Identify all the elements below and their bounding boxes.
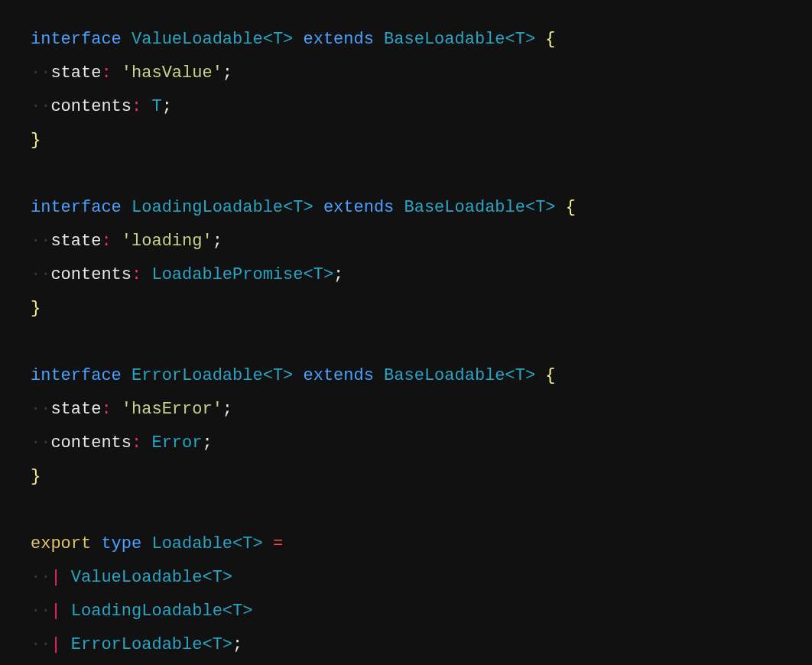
type-param-T: T [242,534,252,553]
semicolon: ; [232,635,242,654]
type-LoadablePromise: LoadablePromise [151,265,303,284]
angle-open: < [232,534,242,553]
brace-close: } [31,131,41,150]
code-line: ··contents: Error; [31,433,213,453]
type-Loadable: Loadable [151,534,232,553]
keyword-interface: interface [31,366,122,385]
colon: : [132,433,141,453]
code-line: ··state: 'loading'; [31,232,222,251]
type-ValueLoadable: ValueLoadable [71,568,203,587]
angle-open: < [505,366,515,385]
type-ErrorLoadable: ErrorLoadable [71,635,203,654]
union-pipe: | [50,568,60,587]
colon: : [101,400,111,419]
brace-open: { [545,366,555,385]
whitespace-dot-icon: · [41,232,50,251]
type-param-T: T [213,568,222,587]
whitespace-dot-icon: · [41,97,50,116]
type-param-T: T [313,265,323,284]
type-param-T: T [273,366,283,385]
whitespace-dot-icon: · [31,635,41,654]
angle-open: < [283,198,293,217]
equals: = [273,534,283,553]
property-state: state [50,400,101,419]
code-line: ··| ValueLoadable<T> [31,568,232,587]
colon: : [132,97,141,116]
string-loading: 'loading' [122,232,213,251]
code-line: ··state: 'hasError'; [31,400,232,419]
code-line: ··| LoadingLoadable<T> [31,602,252,621]
code-line: interface ErrorLoadable<T> extends BaseL… [31,366,556,385]
type-BaseLoadable: BaseLoadable [384,30,505,49]
whitespace-dot-icon: · [41,400,50,419]
property-contents: contents [50,97,132,116]
code-line: ··| ErrorLoadable<T>; [31,635,242,654]
code-line: ··contents: LoadablePromise<T>; [31,265,343,284]
type-LoadingLoadable: LoadingLoadable [71,602,222,621]
union-pipe: | [50,602,60,621]
string-hasError: 'hasError' [122,400,222,419]
angle-close: > [252,534,262,553]
whitespace-dot-icon: · [41,568,50,587]
angle-close: > [525,366,535,385]
whitespace-dot-icon: · [41,265,50,284]
angle-open: < [263,30,273,49]
angle-open: < [202,568,212,587]
whitespace-dot-icon: · [31,265,41,284]
code-line-blank [31,164,41,183]
whitespace-dot-icon: · [31,97,41,116]
keyword-extends: extends [303,30,373,49]
angle-close: > [222,568,232,587]
colon: : [101,63,111,83]
whitespace-dot-icon: · [41,635,50,654]
type-BaseLoadable: BaseLoadable [384,366,505,385]
angle-close: > [222,635,232,654]
angle-close: > [242,602,252,621]
union-pipe: | [50,635,60,654]
whitespace-dot-icon: · [41,63,50,83]
whitespace-dot-icon: · [31,568,41,587]
property-state: state [50,232,101,251]
colon: : [101,232,111,251]
type-param-T: T [293,198,303,217]
angle-close: > [283,366,293,385]
code-line: interface LoadingLoadable<T> extends Bas… [31,198,576,217]
semicolon: ; [213,232,222,251]
code-line: interface ValueLoadable<T> extends BaseL… [31,30,556,49]
code-line: ··state: 'hasValue'; [31,63,232,83]
semicolon: ; [333,265,343,284]
code-line-blank [31,501,41,520]
brace-close: } [31,467,41,486]
keyword-interface: interface [31,198,122,217]
angle-open: < [505,30,515,49]
whitespace-dot-icon: · [31,400,41,419]
semicolon: ; [222,400,232,419]
whitespace-dot-icon: · [41,433,50,453]
angle-open: < [263,366,273,385]
keyword-type: type [101,534,141,553]
type-param-T: T [535,198,545,217]
type-Error: Error [151,433,202,453]
code-editor[interactable]: interface ValueLoadable<T> extends BaseL… [0,0,812,665]
colon: : [132,265,141,284]
semicolon: ; [222,63,232,83]
type-param-T: T [232,602,242,621]
brace-close: } [31,299,41,318]
keyword-export: export [31,534,91,553]
brace-open: { [545,30,555,49]
type-BaseLoadable: BaseLoadable [404,198,525,217]
type-param-T: T [213,635,222,654]
string-hasValue: 'hasValue' [122,63,222,83]
brace-open: { [566,198,576,217]
angle-close: > [525,30,535,49]
whitespace-dot-icon: · [31,232,41,251]
type-ErrorLoadable: ErrorLoadable [132,366,263,385]
semicolon: ; [162,97,172,116]
property-contents: contents [50,265,132,284]
keyword-extends: extends [303,366,373,385]
code-line: } [31,299,41,318]
whitespace-dot-icon: · [31,602,41,621]
code-line: } [31,131,41,150]
angle-open: < [303,265,313,284]
angle-close: > [303,198,313,217]
